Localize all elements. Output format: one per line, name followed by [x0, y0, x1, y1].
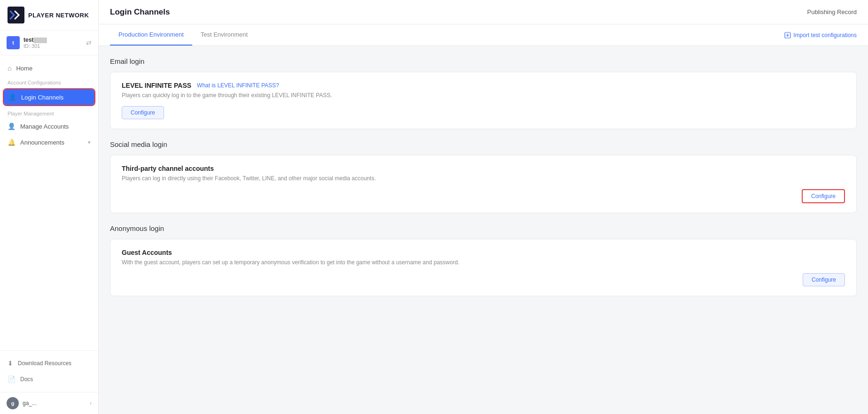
footer-chevron-icon[interactable]: › — [90, 400, 92, 406]
login-icon: 👤 — [8, 93, 16, 101]
top-bar-right: Publishing Record — [807, 8, 857, 15]
section-player-label: Player Management — [0, 107, 98, 118]
main-content: Login Channels Publishing Record Product… — [99, 0, 868, 414]
level-infinite-desc: Players can quickly log in to the game t… — [122, 92, 845, 99]
sidebar-item-download[interactable]: ⬇ Download Resources — [0, 355, 98, 371]
sidebar-item-manage-accounts[interactable]: 👤 Manage Accounts — [0, 118, 98, 134]
third-party-configure-button[interactable]: Configure — [802, 189, 845, 203]
guest-desc: With the guest account, players can set … — [122, 259, 845, 266]
sidebar-item-download-label: Download Resources — [18, 360, 71, 367]
sidebar-item-manage-accounts-label: Manage Accounts — [20, 123, 69, 130]
home-icon: ⌂ — [8, 64, 11, 72]
tab-test[interactable]: Test Environment — [192, 24, 256, 46]
guest-accounts-card: Guest Accounts With the guest account, p… — [110, 239, 857, 296]
svg-rect-0 — [8, 7, 24, 23]
level-infinite-title: LEVEL INFINITE PASS — [122, 82, 191, 89]
page-title: Login Channels — [110, 8, 170, 17]
sidebar-item-home[interactable]: ⌂ Home — [0, 60, 98, 76]
download-icon: ⬇ — [8, 360, 13, 367]
footer-avatar: g — [7, 397, 19, 409]
import-test-config-link[interactable]: Import test configurations — [784, 32, 857, 38]
sidebar-item-announcements-label: Announcements — [20, 139, 64, 146]
top-bar: Login Channels Publishing Record — [99, 0, 868, 24]
publishing-record-link[interactable]: Publishing Record — [807, 8, 857, 15]
docs-icon: 📄 — [8, 376, 16, 383]
anonymous-login-section-title: Anonymous login — [110, 224, 857, 232]
user-avatar: t — [7, 36, 20, 49]
logo-icon — [8, 7, 24, 23]
level-infinite-card-header: LEVEL INFINITE PASS What is LEVEL INFINI… — [122, 82, 845, 89]
sidebar-item-announcements[interactable]: 🔔 Announcements ▾ — [0, 134, 98, 150]
switch-icon[interactable]: ⇄ — [86, 39, 92, 46]
third-party-card: Third-party channel accounts Players can… — [110, 155, 857, 213]
third-party-desc: Players can log in directly using their … — [122, 175, 845, 182]
tab-production[interactable]: Production Environment — [110, 24, 192, 46]
content-area: Email login LEVEL INFINITE PASS What is … — [99, 46, 868, 414]
third-party-card-header: Third-party channel accounts — [122, 165, 845, 172]
app-name: PLAYER NETWORK — [28, 12, 89, 19]
sidebar-item-login-channels[interactable]: 👤 Login Channels — [4, 89, 94, 105]
user-name: test████ — [23, 37, 82, 43]
sidebar-item-docs[interactable]: 📄 Docs — [0, 371, 98, 387]
announcement-icon: 🔔 — [8, 138, 16, 146]
import-icon — [784, 32, 791, 38]
person-icon: 👤 — [8, 123, 16, 130]
user-id: ID: 301 — [23, 43, 82, 49]
sidebar-item-docs-label: Docs — [20, 376, 33, 383]
footer-username: ga_... — [23, 400, 86, 406]
sidebar-item-login-channels-label: Login Channels — [21, 94, 63, 101]
tabs: Production Environment Test Environment — [110, 24, 256, 46]
guest-title: Guest Accounts — [122, 249, 172, 256]
social-login-section-title: Social media login — [110, 140, 857, 148]
guest-card-header: Guest Accounts — [122, 249, 845, 256]
email-login-section-title: Email login — [110, 57, 857, 65]
chevron-down-icon: ▾ — [88, 139, 91, 146]
sidebar-bottom: ⬇ Download Resources 📄 Docs — [0, 350, 98, 392]
sidebar-footer: g ga_... › — [0, 392, 98, 414]
sidebar-item-home-label: Home — [16, 65, 32, 72]
third-party-title: Third-party channel accounts — [122, 165, 214, 172]
level-infinite-configure-button[interactable]: Configure — [122, 106, 164, 119]
third-party-actions: Configure — [122, 189, 845, 203]
level-infinite-card: LEVEL INFINITE PASS What is LEVEL INFINI… — [110, 72, 857, 129]
content-body: Email login LEVEL INFINITE PASS What is … — [99, 46, 868, 307]
guest-configure-button[interactable]: Configure — [803, 273, 845, 286]
guest-actions: Configure — [122, 273, 845, 286]
sidebar: PLAYER NETWORK t test████ ID: 301 ⇄ ⌂ Ho… — [0, 0, 99, 414]
sidebar-user: t test████ ID: 301 ⇄ — [0, 31, 98, 55]
sidebar-nav: ⌂ Home Account Configurations 👤 Login Ch… — [0, 55, 98, 350]
tabs-bar: Production Environment Test Environment … — [99, 24, 868, 46]
level-infinite-actions: Configure — [122, 106, 845, 119]
level-infinite-link[interactable]: What is LEVEL INFINITE PASS? — [197, 82, 279, 89]
section-account-label: Account Configurations — [0, 76, 98, 87]
logo-area: PLAYER NETWORK — [0, 0, 98, 31]
user-info: test████ ID: 301 — [23, 37, 82, 49]
